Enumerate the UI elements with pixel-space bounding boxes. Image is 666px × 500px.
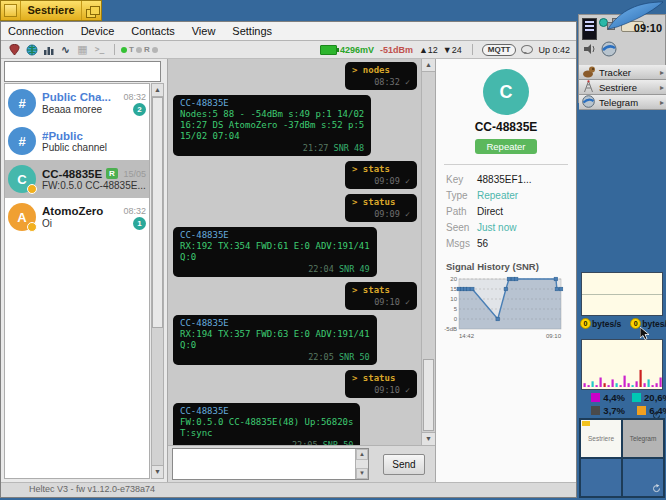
svg-text:10: 10 bbox=[450, 296, 457, 302]
map-pin-icon[interactable] bbox=[7, 43, 22, 57]
globe-icon[interactable] bbox=[24, 43, 39, 57]
window-titlebar[interactable]: Sestriere bbox=[0, 0, 102, 21]
scroll-up-icon[interactable]: ▲ bbox=[152, 84, 163, 97]
network-monitor-top bbox=[581, 272, 663, 316]
outgoing-message: > status09:10 ✓ bbox=[345, 370, 417, 398]
dock-menu-label: Tracker bbox=[599, 67, 631, 78]
contact-sub-row: Public channel bbox=[42, 142, 146, 153]
message-snr: SNR 48 bbox=[334, 143, 365, 153]
mqtt-badge[interactable]: MQTT bbox=[482, 44, 517, 56]
contact-name: Public Cha... bbox=[42, 91, 111, 103]
contact-item[interactable]: ##PublicPublic channel bbox=[5, 122, 149, 160]
avatar: # bbox=[8, 89, 36, 117]
rssi-value: -51dBm bbox=[380, 45, 413, 55]
svg-text:-5dB: -5dB bbox=[444, 326, 457, 332]
contact-details-panel: C CC-48835E Repeater Key48835EF1...TypeR… bbox=[435, 59, 576, 482]
message-command: > status bbox=[352, 373, 410, 384]
message-time: 21:27 bbox=[303, 143, 334, 153]
dock-menu-telegram[interactable]: Telegram▸ bbox=[579, 95, 666, 110]
rate-value: 0 bbox=[580, 318, 591, 329]
outgoing-message: > nodes08:32 ✓ bbox=[345, 62, 417, 90]
message-footer: 21:27 SNR 48 bbox=[180, 143, 364, 154]
menu-view[interactable]: View bbox=[192, 25, 216, 37]
avatar: C bbox=[8, 165, 36, 193]
message-line: RX:192 TX:354 FWD:61 E:0 ADV:191/41 bbox=[180, 241, 370, 252]
contact-name-row: Public Cha...08:32 bbox=[42, 91, 146, 103]
window-menu-button[interactable] bbox=[1, 1, 21, 20]
scroll-up-icon[interactable]: ▲ bbox=[422, 59, 435, 72]
avatar: A bbox=[8, 203, 36, 231]
svg-text:0: 0 bbox=[454, 316, 458, 322]
svg-text:15: 15 bbox=[450, 286, 457, 292]
menu-settings[interactable]: Settings bbox=[232, 25, 272, 37]
terminal-dockapp-icon[interactable] bbox=[582, 18, 597, 40]
menu-connection[interactable]: Connection bbox=[8, 25, 64, 37]
dock-menu-tracker[interactable]: Tracker▸ bbox=[579, 65, 666, 80]
submenu-arrow-icon: ▸ bbox=[660, 98, 664, 107]
detail-row: Key48835EF1... bbox=[436, 171, 576, 187]
message-sender: CC-48835E bbox=[180, 98, 364, 109]
detail-row: Msgs56 bbox=[436, 235, 576, 251]
workspace-empty[interactable] bbox=[580, 458, 622, 497]
sidebar-scrollbar[interactable]: ▲ ▼ bbox=[151, 83, 164, 479]
down-arrow-icon: ▼ bbox=[443, 45, 452, 55]
contact-list: #Public Cha...08:32Beaaa moree2##PublicP… bbox=[4, 83, 150, 479]
contact-sub-row: FW:0.5.0 CC-48835E... bbox=[42, 180, 146, 191]
message-footer: 09:10 ✓ bbox=[352, 297, 410, 308]
message-sender: CC-48835E bbox=[180, 318, 370, 329]
message-command: > nodes bbox=[352, 65, 410, 76]
grid-icon[interactable]: ▦ bbox=[75, 43, 90, 57]
chat-area: > nodes08:32 ✓CC-48835ENodes:5 88 - -54d… bbox=[168, 59, 435, 482]
dock-menu-label: Sestriere bbox=[599, 82, 637, 93]
message-input[interactable] bbox=[173, 449, 355, 479]
contact-text: Public Cha...08:32Beaaa moree2 bbox=[42, 91, 146, 116]
message-footer: 09:10 ✓ bbox=[352, 385, 410, 396]
avatar: # bbox=[8, 127, 36, 155]
workspace-active[interactable]: Sestriere bbox=[580, 419, 622, 458]
menu-device[interactable]: Device bbox=[81, 25, 115, 37]
chat-scrollbar[interactable]: ▲ ▼ bbox=[421, 59, 435, 445]
input-scrollbar[interactable]: ▲ ▼ bbox=[355, 449, 368, 479]
refresh-icon bbox=[652, 484, 661, 494]
menu-bar: ConnectionDeviceContactsViewSettings bbox=[1, 22, 576, 41]
legend-swatch bbox=[632, 393, 641, 402]
message-composer: ▲ ▼ Send bbox=[168, 445, 435, 482]
waveform-icon[interactable]: ∿ bbox=[58, 43, 73, 57]
terminal-icon[interactable]: >_ bbox=[92, 43, 107, 57]
steel-globe-icon[interactable] bbox=[601, 41, 617, 61]
legend-value: 20,6% bbox=[644, 392, 666, 403]
bar-chart-icon[interactable] bbox=[41, 43, 56, 57]
workspace-empty[interactable] bbox=[622, 458, 664, 497]
rx-count: ▼24 bbox=[443, 45, 462, 55]
legend-value: 4,4% bbox=[603, 392, 625, 403]
battery-voltage: 4296mV bbox=[340, 45, 374, 55]
repeater-badge[interactable]: Repeater bbox=[475, 139, 536, 154]
workspace-inactive[interactable]: Telegram bbox=[622, 419, 664, 458]
menu-contacts[interactable]: Contacts bbox=[131, 25, 174, 37]
svg-text:20: 20 bbox=[450, 276, 457, 282]
chat-bubble-icon[interactable] bbox=[521, 45, 533, 54]
dock-menu-sestriere[interactable]: Sestriere▸ bbox=[579, 80, 666, 95]
scroll-down-icon[interactable]: ▼ bbox=[152, 465, 163, 478]
incoming-message: CC-48835ERX:194 TX:357 FWD:63 E:0 ADV:19… bbox=[173, 315, 377, 365]
detail-value: 48835EF1... bbox=[477, 174, 531, 185]
dog-icon bbox=[582, 65, 595, 80]
scroll-up-icon[interactable]: ▲ bbox=[356, 449, 368, 460]
scroll-down-icon[interactable]: ▼ bbox=[356, 468, 368, 479]
workspace-pager[interactable]: Sestriere Telegram bbox=[579, 418, 665, 498]
scroll-down-icon[interactable]: ▼ bbox=[422, 432, 435, 445]
detail-value: Just now bbox=[477, 222, 516, 233]
send-button[interactable]: Send bbox=[383, 454, 425, 475]
window-shade-button[interactable] bbox=[81, 1, 101, 20]
outgoing-message: > stats09:10 ✓ bbox=[345, 282, 417, 310]
svg-text:09:10: 09:10 bbox=[546, 333, 562, 338]
speaker-icon[interactable] bbox=[583, 42, 597, 60]
contact-item[interactable]: AAtomoZero08:32Oi1 bbox=[5, 198, 149, 236]
contact-item[interactable]: CCC-48835ER15/05FW:0.5.0 CC-48835E... bbox=[5, 160, 149, 198]
contact-item[interactable]: #Public Cha...08:32Beaaa moree2 bbox=[5, 84, 149, 122]
scrollbar-thumb[interactable] bbox=[423, 359, 434, 431]
legend-swatch bbox=[637, 406, 646, 415]
search-input[interactable] bbox=[4, 61, 161, 82]
svg-text:5: 5 bbox=[454, 306, 458, 312]
scrollbar-thumb[interactable] bbox=[152, 97, 163, 328]
